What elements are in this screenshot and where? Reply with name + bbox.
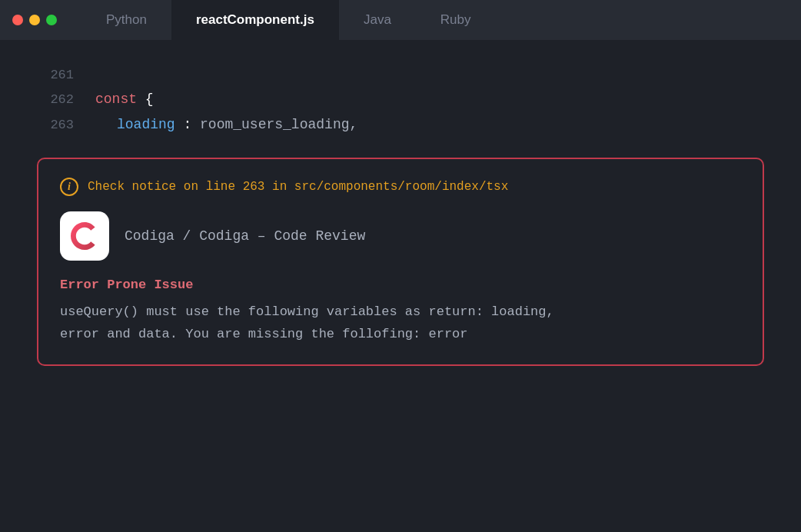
- code-line-262: 262 const {: [37, 88, 764, 111]
- tab-java[interactable]: Java: [339, 0, 416, 40]
- error-description-line2: error and data. You are missing the foll…: [60, 324, 741, 346]
- close-button[interactable]: [12, 15, 23, 25]
- value-room-users-loading: room_users_loading,: [200, 117, 357, 132]
- keyword-const: const: [95, 91, 137, 107]
- error-label: Error Prone Issue: [60, 278, 741, 292]
- notice-header: i Check notice on line 263 in src/compon…: [60, 178, 741, 196]
- app-name: Codiga / Codiga – Code Review: [125, 228, 365, 244]
- error-description-line1: useQuery() must use the following variab…: [60, 301, 741, 324]
- main-content: 261 262 const { 263 loading : room_users…: [0, 40, 801, 532]
- traffic-lights: [12, 15, 57, 25]
- brace: {: [145, 91, 154, 107]
- line-number: 263: [37, 115, 74, 135]
- app-info: Codiga / Codiga – Code Review: [60, 211, 741, 261]
- code-line-261: 261: [37, 65, 764, 85]
- titlebar: Python reactComponent.js Java Ruby: [0, 0, 801, 40]
- code-editor: 261 262 const { 263 loading : room_users…: [37, 65, 764, 136]
- minimize-button[interactable]: [29, 15, 40, 25]
- notice-box: i Check notice on line 263 in src/compon…: [37, 158, 764, 366]
- tab-reactcomponent[interactable]: reactComponent.js: [171, 0, 339, 40]
- code-line-263: 263 loading : room_users_loading,: [37, 114, 764, 136]
- error-description: useQuery() must use the following variab…: [60, 301, 741, 346]
- app-logo: [60, 211, 109, 261]
- tab-ruby[interactable]: Ruby: [416, 0, 496, 40]
- colon: :: [183, 117, 200, 132]
- notice-title: Check notice on line 263 in src/componen…: [88, 180, 508, 194]
- tab-bar: Python reactComponent.js Java Ruby: [81, 0, 789, 40]
- codiga-logo-svg: [68, 219, 101, 253]
- property-loading: loading: [117, 117, 175, 132]
- code-content: const {: [95, 88, 154, 111]
- maximize-button[interactable]: [46, 15, 57, 25]
- code-content: loading : room_users_loading,: [95, 114, 357, 136]
- line-number: 261: [37, 65, 74, 85]
- line-number: 262: [37, 89, 74, 110]
- tab-python[interactable]: Python: [81, 0, 171, 40]
- info-icon: i: [60, 178, 78, 196]
